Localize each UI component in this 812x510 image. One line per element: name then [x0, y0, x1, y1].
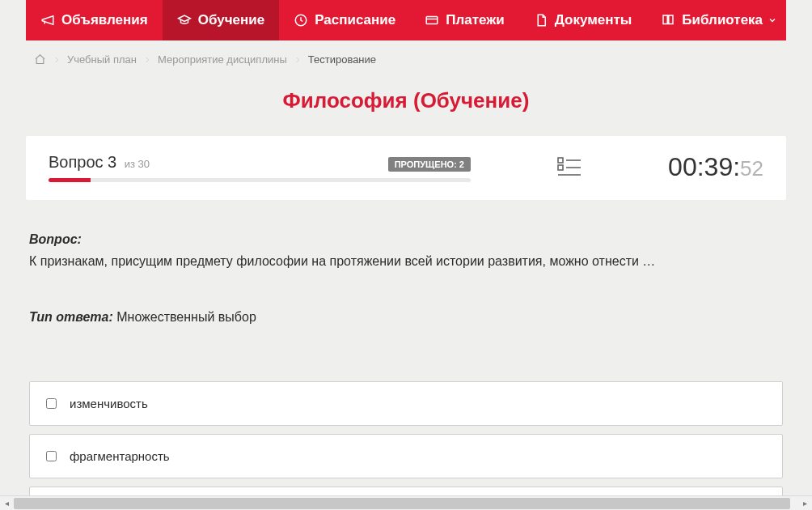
scroll-thumb[interactable] — [14, 498, 790, 509]
breadcrumb-item[interactable]: Мероприятие дисциплины — [158, 53, 287, 66]
nav-payments[interactable]: Платежи — [410, 0, 519, 40]
question-counter: Вопрос 3 из 30 — [49, 153, 150, 172]
question-total: из 30 — [125, 158, 150, 170]
answer-type-line: Тип ответа: Множественный выбор — [29, 310, 783, 325]
nav-label: Документы — [555, 12, 632, 28]
home-icon[interactable] — [34, 53, 46, 66]
progress-block: Вопрос 3 из 30 ПРОПУЩЕНО: 2 — [49, 153, 471, 182]
svg-rect-2 — [558, 158, 563, 163]
answer-text: изменчивость — [70, 397, 148, 410]
answer-option[interactable]: фрагментарность — [29, 434, 783, 478]
answer-option[interactable]: универсальность — [29, 487, 783, 495]
progress-fill — [49, 178, 91, 182]
answers-list: изменчивость фрагментарность универсальн… — [29, 381, 783, 495]
nav-label: Библиотека — [682, 12, 763, 28]
scroll-left-arrow[interactable]: ◂ — [0, 496, 14, 511]
breadcrumb-item[interactable]: Учебный план — [67, 53, 137, 66]
timer-main: 00:39: — [668, 152, 740, 182]
answer-checkbox[interactable] — [46, 398, 57, 409]
nav-library[interactable]: Библиотека — [646, 0, 792, 40]
question-text: К признакам, присущим предмету философии… — [29, 252, 783, 271]
question-list-icon[interactable] — [557, 156, 582, 179]
nav-learning[interactable]: Обучение — [163, 0, 279, 40]
nav-label: Обучение — [198, 12, 264, 28]
graduation-cap-icon — [177, 13, 192, 28]
nav-schedule[interactable]: Расписание — [279, 0, 410, 40]
answer-type-value: Множественный выбор — [116, 310, 256, 324]
nav-label: Расписание — [315, 12, 395, 28]
card-icon — [425, 13, 439, 28]
chevron-down-icon — [768, 15, 777, 25]
question-heading: Вопрос: — [29, 232, 783, 247]
book-icon — [661, 13, 675, 28]
top-nav: Объявления Обучение Расписание Платежи — [26, 0, 786, 40]
horizontal-scrollbar[interactable]: ◂ ▸ — [0, 495, 812, 510]
nav-label: Платежи — [446, 12, 505, 28]
skipped-badge: ПРОПУЩЕНО: 2 — [388, 157, 471, 172]
nav-label: Объявления — [61, 12, 148, 28]
question-number: Вопрос 3 — [49, 153, 116, 171]
answer-type-label: Тип ответа: — [29, 310, 113, 324]
scroll-track[interactable] — [14, 496, 798, 511]
breadcrumb: Учебный план Мероприятие дисциплины Тест… — [26, 40, 786, 74]
nav-announcements[interactable]: Объявления — [26, 0, 163, 40]
nav-documents[interactable]: Документы — [519, 0, 647, 40]
breadcrumb-current: Тестирование — [308, 53, 376, 66]
scroll-right-arrow[interactable]: ▸ — [798, 496, 812, 511]
svg-rect-1 — [426, 17, 438, 24]
countdown-timer: 00:39:52 — [668, 152, 763, 182]
svg-rect-4 — [558, 165, 563, 170]
progress-bar — [49, 178, 471, 182]
chevron-right-icon — [143, 56, 151, 64]
page-title: Философия (Обучение) — [26, 88, 786, 113]
quiz-status-card: Вопрос 3 из 30 ПРОПУЩЕНО: 2 — [26, 136, 786, 200]
answer-text: фрагментарность — [70, 449, 170, 463]
answer-checkbox[interactable] — [46, 451, 57, 461]
answer-option[interactable]: изменчивость — [29, 381, 783, 426]
chevron-right-icon — [53, 56, 61, 64]
question-area: Вопрос: К признакам, присущим предмету ф… — [26, 232, 786, 495]
clock-icon — [294, 13, 308, 28]
chevron-right-icon — [294, 56, 302, 64]
document-icon — [534, 13, 548, 28]
megaphone-icon — [40, 13, 55, 28]
timer-seconds: 52 — [740, 156, 763, 181]
